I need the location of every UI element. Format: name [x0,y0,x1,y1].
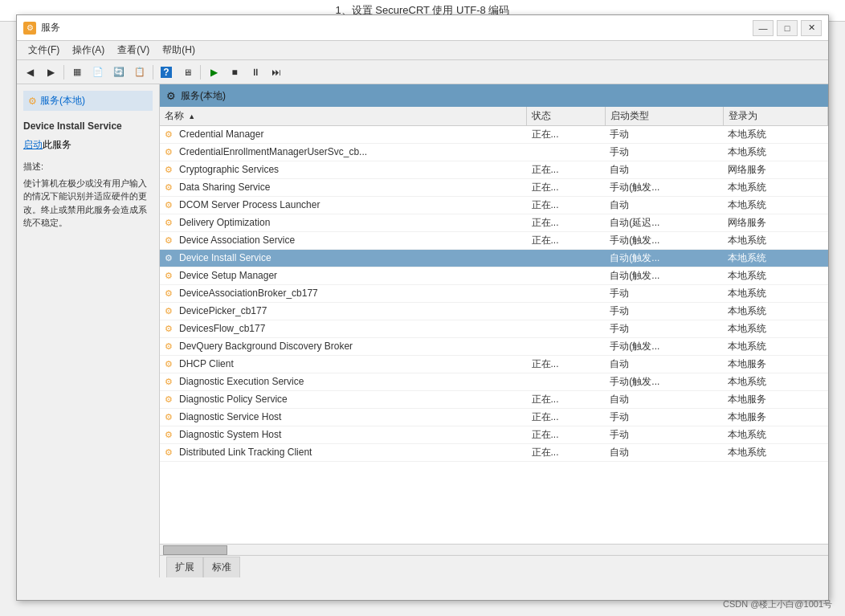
sidebar-desc-title: 描述: [23,160,153,173]
menu-file[interactable]: 文件(F) [22,42,66,59]
service-status [527,267,606,285]
sidebar: ⚙ 服务(本地) Device Install Service 启动此服务 描述… [17,84,160,577]
toolbar-settings-button[interactable]: 📋 [130,63,149,81]
service-icon: ⚙ [165,394,176,406]
bottom-tabs: 扩展 标准 [160,555,828,577]
menu-view[interactable]: 查看(V) [111,42,156,59]
col-header-startup[interactable]: 启动类型 [605,107,723,126]
toolbar-pause-button[interactable]: ⏸ [246,63,265,81]
service-logon: 本地服务 [723,391,827,409]
service-icon: ⚙ [165,359,176,370]
services-window: ⚙ 服务 — □ ✕ 文件(F) 操作(A) 查看(V) 帮助(H) ◀ ▶ ▦… [16,14,829,601]
col-header-status[interactable]: 状态 [527,107,606,126]
service-status [527,373,606,391]
table-row[interactable]: ⚙DHCP Client正在...自动本地服务 [160,356,828,373]
tab-expand[interactable]: 扩展 [166,557,203,577]
table-row[interactable]: ⚙Cryptographic Services正在...自动网络服务 [160,161,828,179]
table-row[interactable]: ⚙Diagnostic Policy Service正在...自动本地服务 [160,391,828,409]
service-startup: 自动(触发... [605,267,723,285]
close-button[interactable]: ✕ [801,20,822,36]
services-panel-icon: ⚙ [166,90,176,102]
service-logon: 本地服务 [723,356,827,373]
service-name: Delivery Optimization [179,217,270,228]
services-table-container[interactable]: 名称 ▲ 状态 启动类型 登录为 [160,107,828,544]
service-status [527,144,606,161]
maximize-button[interactable]: □ [777,20,798,36]
service-status: 正在... [527,161,606,179]
service-name: Cryptographic Services [179,164,279,175]
service-status: 正在... [527,197,606,214]
toolbar-show-button[interactable]: ▦ [67,63,87,81]
service-startup: 手动 [605,426,723,444]
table-row[interactable]: ⚙DCOM Server Process Launcher正在...自动本地系统 [160,197,828,214]
col-header-logon[interactable]: 登录为 [723,107,827,126]
toolbar-export-button[interactable]: 📄 [88,63,108,81]
service-name: Diagnostic System Host [179,429,281,440]
sidebar-start-link[interactable]: 启动 [23,139,43,150]
toolbar-sep-1 [63,65,64,80]
sidebar-desc-text: 使计算机在极少或没有用户输入的情况下能识别并适应硬件的更改。终止或禁用此服务会造… [23,177,153,230]
toolbar-refresh-button[interactable]: 🔄 [109,63,129,81]
service-status [527,285,606,303]
table-row[interactable]: ⚙Diagnostic Execution Service手动(触发...本地系… [160,373,828,391]
service-icon: ⚙ [165,182,176,194]
service-icon: ⚙ [165,430,176,441]
service-name: Device Install Service [179,252,271,263]
menu-action[interactable]: 操作(A) [66,42,111,59]
service-startup: 手动(触发... [605,179,723,197]
toolbar-back-button[interactable]: ◀ [20,63,39,81]
service-logon: 本地系统 [723,285,827,303]
service-icon: ⚙ [165,200,176,211]
table-row[interactable]: ⚙Device Install Service自动(触发...本地系统 [160,250,828,267]
table-row[interactable]: ⚙Data Sharing Service正在...手动(触发...本地系统 [160,179,828,197]
service-startup: 自动(延迟... [605,214,723,232]
col-header-name[interactable]: 名称 ▲ [160,107,527,126]
service-icon: ⚙ [165,271,176,282]
tab-standard[interactable]: 标准 [203,557,240,577]
toolbar-play-button[interactable]: ▶ [204,63,223,81]
toolbar-help-button[interactable]: ? [157,63,176,81]
table-row[interactable]: ⚙Device Association Service正在...手动(触发...… [160,232,828,250]
service-icon: ⚙ [165,447,176,459]
service-status: 正在... [527,409,606,426]
service-name: Device Association Service [179,235,295,246]
table-row[interactable]: ⚙Distributed Link Tracking Client正在...自动… [160,444,828,462]
minimize-button[interactable]: — [753,20,774,36]
main-content: ⚙ 服务(本地) Device Install Service 启动此服务 描述… [17,84,828,577]
horizontal-scrollbar[interactable] [160,544,828,555]
service-logon: 本地系统 [723,267,827,285]
service-startup: 手动(触发... [605,232,723,250]
toolbar-forward-button[interactable]: ▶ [41,63,60,81]
table-row[interactable]: ⚙Diagnostic System Host正在...手动本地系统 [160,426,828,444]
title-bar: ⚙ 服务 — □ ✕ [17,15,828,41]
service-name: Diagnostic Execution Service [179,376,304,387]
toolbar-restart-button[interactable]: ⏭ [267,63,286,81]
table-row[interactable]: ⚙Delivery Optimization正在...自动(延迟...网络服务 [160,214,828,232]
table-row[interactable]: ⚙DevicesFlow_cb177手动本地系统 [160,320,828,338]
service-name: DHCP Client [179,358,234,369]
table-row[interactable]: ⚙DeviceAssociationBroker_cb177手动本地系统 [160,285,828,303]
table-row[interactable]: ⚙DevQuery Background Discovery Broker手动(… [160,338,828,356]
table-row[interactable]: ⚙CredentialEnrollmentManagerUserSvc_cb..… [160,144,828,161]
service-startup: 手动 [605,409,723,426]
sidebar-start-link-container: 启动此服务 [23,138,153,152]
service-name: Diagnostic Service Host [179,411,281,422]
service-name: Diagnostic Policy Service [179,394,288,405]
table-row[interactable]: ⚙Device Setup Manager自动(触发...本地系统 [160,267,828,285]
table-row[interactable]: ⚙DevicePicker_cb177手动本地系统 [160,303,828,320]
service-name: DevicePicker_cb177 [179,305,267,316]
toolbar-computer-button[interactable]: 🖥 [178,63,197,81]
toolbar: ◀ ▶ ▦ 📄 🔄 📋 ? 🖥 ▶ ■ ⏸ ⏭ [17,60,828,84]
table-row[interactable]: ⚙Diagnostic Service Host正在...手动本地服务 [160,409,828,426]
service-icon: ⚙ [165,129,176,141]
toolbar-stop-button[interactable]: ■ [225,63,244,81]
table-row[interactable]: ⚙Credential Manager正在...手动本地系统 [160,126,828,144]
service-logon: 本地系统 [723,338,827,356]
toolbar-sep-3 [200,65,201,80]
service-name: Credential Manager [179,129,263,140]
h-scrollbar-thumb[interactable] [163,545,227,555]
service-startup: 自动 [605,161,723,179]
service-startup: 自动(触发... [605,250,723,267]
menu-help[interactable]: 帮助(H) [156,42,202,59]
sidebar-header[interactable]: ⚙ 服务(本地) [23,91,153,111]
